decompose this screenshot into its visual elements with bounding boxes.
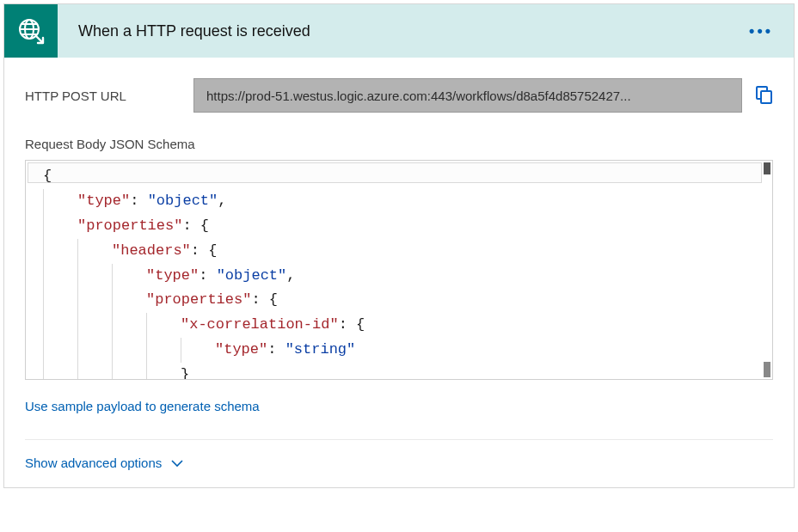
schema-editor[interactable]: {"type": "object","properties": {"header… (25, 160, 773, 380)
card-more-menu[interactable]: ••• (744, 19, 778, 44)
card-header[interactable]: When a HTTP request is received ••• (4, 4, 794, 58)
divider (25, 439, 773, 440)
http-url-label: HTTP POST URL (25, 89, 180, 103)
show-advanced-options-link[interactable]: Show advanced options (25, 456, 773, 470)
card-body: HTTP POST URL https://prod-51.westus.log… (4, 58, 794, 487)
schema-label: Request Body JSON Schema (25, 137, 773, 151)
show-advanced-options-label: Show advanced options (25, 456, 162, 470)
svg-rect-6 (761, 91, 771, 103)
use-sample-payload-link[interactable]: Use sample payload to generate schema (25, 399, 773, 413)
schema-editor-content: {"type": "object","properties": {"header… (26, 161, 772, 380)
copy-icon[interactable] (756, 86, 773, 105)
http-url-value: https://prod-51.westus.logic.azure.com:4… (206, 89, 631, 103)
chevron-down-icon (170, 456, 184, 470)
trigger-icon-container (4, 4, 58, 58)
trigger-card: When a HTTP request is received ••• HTTP… (3, 3, 795, 488)
use-sample-payload-label: Use sample payload to generate schema (25, 399, 260, 413)
globe-arrow-icon (16, 16, 46, 46)
card-title: When a HTTP request is received (78, 22, 744, 40)
http-url-field[interactable]: https://prod-51.westus.logic.azure.com:4… (193, 78, 742, 113)
http-url-row: HTTP POST URL https://prod-51.westus.log… (25, 78, 773, 113)
